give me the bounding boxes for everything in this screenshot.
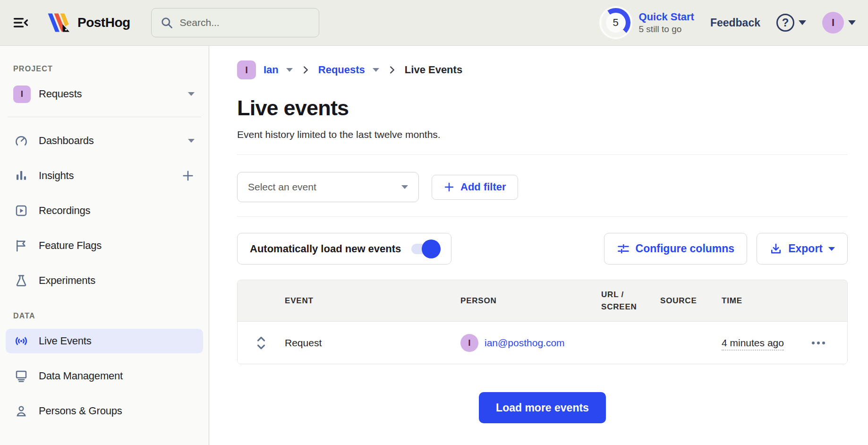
sidebar-item-feature-flags[interactable]: Feature Flags — [6, 233, 203, 258]
flag-icon — [13, 239, 29, 253]
live-broadcast-icon — [13, 334, 29, 349]
export-label: Export — [788, 242, 823, 255]
quick-start-widget[interactable]: 5 Quick Start 5 still to go — [599, 6, 694, 39]
breadcrumb-item-requests[interactable]: Requests — [318, 64, 365, 76]
row-actions-button[interactable] — [812, 342, 847, 344]
event-name-cell: Request — [285, 337, 460, 349]
chevron-down-icon — [188, 139, 195, 143]
person-link[interactable]: ian@posthog.com — [485, 337, 565, 349]
sidebar-item-label: Data Management — [39, 370, 123, 382]
configure-columns-button[interactable]: Configure columns — [604, 233, 748, 265]
flask-icon — [13, 274, 29, 288]
event-select[interactable]: Select an event — [237, 172, 419, 202]
chevron-down-icon — [848, 20, 856, 25]
column-header-time: Time — [722, 295, 812, 307]
avatar: I — [822, 12, 844, 34]
sidebar-item-data-management[interactable]: Data Management — [6, 364, 203, 388]
bar-chart-icon — [13, 169, 29, 183]
chevron-down-icon — [828, 247, 835, 251]
breadcrumb-project-badge: I — [237, 60, 256, 79]
plus-icon — [181, 169, 195, 182]
posthog-logo[interactable]: PostHog — [47, 12, 130, 33]
brand-name: PostHog — [77, 15, 130, 30]
person-avatar: I — [460, 334, 478, 352]
sidebar-item-live-events[interactable]: Live Events — [6, 329, 203, 353]
main-content: I Ian Requests Live Events Live events E… — [209, 46, 868, 445]
search-input[interactable]: Search... — [151, 8, 319, 37]
sidebar-section-project: PROJECT — [6, 65, 203, 73]
quick-start-title: Quick Start — [639, 10, 694, 24]
table-toolbar: Automatically load new events Configure … — [237, 233, 848, 265]
project-badge: I — [13, 86, 31, 103]
person-icon — [13, 404, 29, 418]
configure-columns-label: Configure columns — [636, 242, 735, 255]
row-expand-button[interactable] — [238, 335, 285, 351]
time-value[interactable]: 4 minutes ago — [722, 337, 784, 351]
filter-row: Select an event Add filter — [237, 172, 848, 202]
breadcrumb-item-ian[interactable]: Ian — [264, 64, 279, 76]
feedback-button[interactable]: Feedback — [710, 17, 760, 29]
divider — [237, 154, 848, 155]
chevron-right-icon — [300, 65, 311, 75]
load-more-events-button[interactable]: Load more events — [479, 392, 606, 423]
play-square-icon — [13, 204, 29, 218]
chevron-right-icon — [387, 65, 397, 75]
toggle-knob — [422, 240, 441, 258]
sidebar-section-data: DATA — [6, 312, 203, 320]
account-menu-button[interactable]: I — [822, 12, 856, 34]
download-icon — [769, 242, 783, 256]
event-select-value: Select an event — [248, 181, 316, 193]
quick-start-progress-ring: 5 — [599, 6, 632, 39]
sidebar-item-label: Experiments — [39, 274, 95, 287]
sidebar-collapse-button[interactable] — [12, 14, 29, 31]
sidebar-item-label: Recordings — [39, 205, 90, 217]
time-cell: 4 minutes ago — [722, 337, 812, 349]
quick-start-count: 5 — [606, 13, 626, 33]
chevron-down-icon[interactable] — [286, 68, 293, 72]
breadcrumb-item-live-events: Live Events — [405, 64, 462, 76]
sidebar-item-dashboards[interactable]: Dashboards — [6, 128, 203, 153]
quick-start-subtitle: 5 still to go — [639, 24, 694, 35]
chevron-down-icon — [401, 185, 408, 189]
search-icon — [160, 16, 173, 29]
column-header-person: Person — [460, 295, 601, 307]
autoload-control: Automatically load new events — [237, 233, 451, 265]
sidebar: PROJECT I Requests Dashboards Insights — [0, 46, 209, 445]
column-header-source: Source — [660, 295, 722, 307]
breadcrumb: I Ian Requests Live Events — [237, 60, 848, 80]
sidebar-item-label: Insights — [39, 170, 74, 182]
help-menu-button[interactable]: ? — [776, 14, 806, 32]
sidebar-item-insights[interactable]: Insights — [6, 163, 203, 188]
posthog-logo-icon — [47, 12, 72, 33]
sidebar-item-project-requests[interactable]: I Requests — [6, 82, 203, 106]
search-placeholder: Search... — [180, 17, 220, 28]
page-title: Live events — [237, 96, 848, 120]
person-cell: I ian@posthog.com — [460, 334, 601, 352]
sidebar-item-label: Requests — [39, 88, 82, 100]
top-bar: PostHog Search... 5 Quick Start 5 still … — [0, 0, 868, 46]
sidebar-item-label: Live Events — [39, 335, 92, 347]
page-description: Event history limited to the last twelve… — [237, 129, 848, 140]
table-header-row: Event Person URL / Screen Source Time — [238, 280, 847, 322]
sidebar-item-recordings[interactable]: Recordings — [6, 198, 203, 223]
export-button[interactable]: Export — [757, 233, 848, 265]
add-filter-button[interactable]: Add filter — [432, 175, 518, 200]
column-header-event: Event — [285, 295, 460, 307]
expand-chevrons-icon — [255, 335, 267, 351]
help-icon: ? — [776, 14, 794, 32]
sidebar-item-experiments[interactable]: Experiments — [6, 268, 203, 293]
column-header-url-screen: URL / Screen — [601, 289, 660, 313]
chevron-down-icon — [799, 20, 806, 25]
add-filter-label: Add filter — [460, 181, 506, 193]
sidebar-item-label: Feature Flags — [39, 240, 102, 252]
sidebar-item-persons-groups[interactable]: Persons & Groups — [6, 399, 203, 423]
autoload-toggle[interactable] — [411, 244, 439, 254]
sidebar-collapse-icon — [12, 14, 29, 31]
sliders-icon — [617, 242, 630, 256]
new-insight-button[interactable] — [181, 169, 195, 182]
table-row: Request I ian@posthog.com 4 minutes ago — [238, 322, 847, 364]
autoload-label: Automatically load new events — [250, 243, 401, 255]
chevron-down-icon[interactable] — [373, 68, 379, 72]
monitor-icon — [13, 369, 29, 383]
plus-icon — [443, 181, 455, 193]
